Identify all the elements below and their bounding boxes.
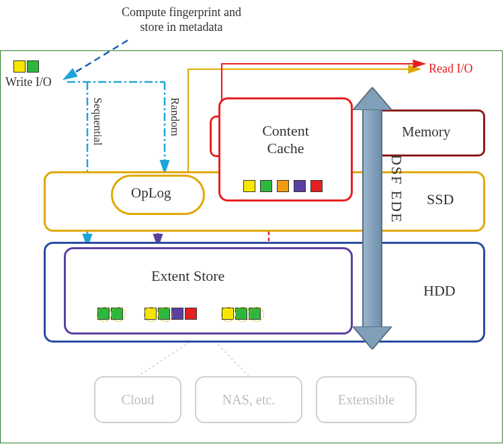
data-block-icon: [243, 180, 255, 192]
extensible-block: Extensible: [316, 376, 417, 423]
svg-marker-1: [353, 326, 392, 349]
dsf-ede-label: DSF EDE: [388, 154, 405, 224]
data-block-icon: [235, 308, 247, 320]
sequential-label: Sequential: [91, 97, 104, 146]
data-block-icon: [294, 180, 306, 192]
dsf-ede-arrow: DSF EDE: [353, 87, 392, 349]
nas-block: NAS, etc.: [195, 376, 302, 423]
data-block-icon: [144, 308, 157, 320]
svg-marker-0: [353, 87, 392, 110]
extent-store-group-1: [97, 308, 123, 320]
cloud-label: Cloud: [95, 392, 180, 408]
data-block-icon: [249, 308, 261, 320]
ssd-label: SSD: [427, 191, 454, 208]
content-cache-squares: [243, 180, 323, 192]
data-block-icon: [260, 180, 272, 192]
extent-store-block: [64, 247, 353, 334]
memory-label: Memory: [402, 124, 450, 140]
data-block-icon: [97, 308, 110, 320]
random-label: Random: [168, 97, 181, 136]
arrow-head-down-icon: [353, 326, 392, 349]
cloud-block: Cloud: [94, 376, 181, 423]
data-block-icon: [277, 180, 289, 192]
data-block-icon: [158, 308, 170, 320]
data-block-icon: [185, 308, 197, 320]
content-cache-label: Content Cache: [235, 122, 336, 158]
data-block-icon: [222, 308, 234, 320]
data-block-icon: [310, 180, 323, 192]
data-block-icon: [111, 308, 123, 320]
arrow-head-up-icon: [353, 87, 392, 110]
extent-store-group-2: [144, 308, 197, 320]
extent-store-group-3: [222, 308, 261, 320]
nas-label: NAS, etc.: [196, 392, 301, 408]
extent-store-label: Extent Store: [151, 267, 224, 285]
hdd-label: HDD: [423, 282, 456, 300]
data-block-icon: [171, 308, 183, 320]
title-to-writeio-line: [64, 40, 128, 79]
extensible-label: Extensible: [317, 392, 415, 408]
oplog-label: OpLog: [131, 185, 171, 202]
